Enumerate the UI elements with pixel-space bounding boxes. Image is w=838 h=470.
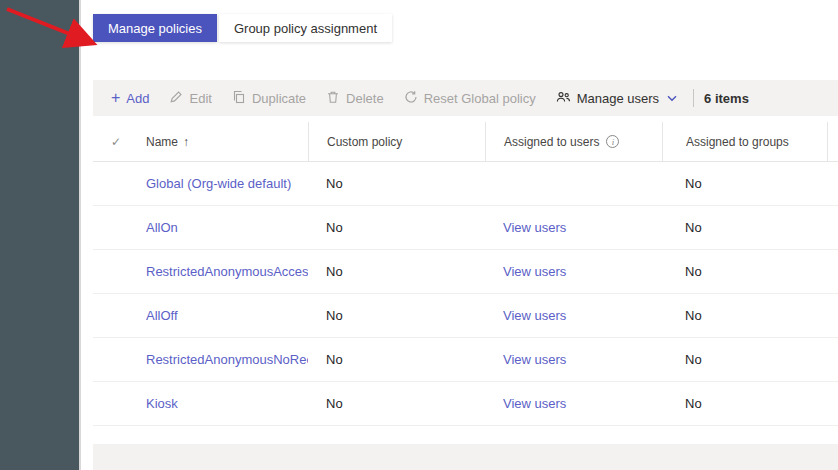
table-row: Kiosk No View users No xyxy=(93,382,838,426)
column-custom-policy-label: Custom policy xyxy=(327,135,402,149)
chevron-down-icon xyxy=(667,95,677,102)
column-header-assigned-groups: Assigned to groups xyxy=(662,122,828,161)
manage-users-button[interactable]: Manage users xyxy=(546,84,687,113)
policy-name-link[interactable]: Kiosk xyxy=(146,396,178,411)
main-content: Manage policies Group policy assignment … xyxy=(81,0,838,470)
trash-icon xyxy=(326,90,340,107)
custom-policy-value: No xyxy=(326,396,343,411)
row-select-cell[interactable] xyxy=(93,250,146,293)
tab-group-policy-assignment[interactable]: Group policy assignment xyxy=(219,14,392,42)
pencil-icon xyxy=(169,90,183,107)
add-button[interactable]: + Add xyxy=(101,85,159,112)
plus-icon: + xyxy=(111,92,120,104)
page: Manage policies Group policy assignment … xyxy=(0,0,838,470)
duplicate-button-label: Duplicate xyxy=(252,91,306,106)
custom-policy-value: No xyxy=(326,308,343,323)
people-icon xyxy=(556,90,571,107)
custom-policy-value: No xyxy=(326,264,343,279)
page-bottom-strip xyxy=(93,444,838,470)
column-assigned-groups-label: Assigned to groups xyxy=(686,135,789,149)
column-name-label: Name xyxy=(146,135,178,149)
assigned-groups-value: No xyxy=(685,352,702,367)
policy-name-link[interactable]: AllOn xyxy=(146,220,178,235)
custom-policy-value: No xyxy=(326,352,343,367)
info-icon[interactable]: i xyxy=(606,135,619,148)
view-users-link[interactable]: View users xyxy=(503,220,566,235)
table-row: AllOn No View users No xyxy=(93,206,838,250)
app-sidebar xyxy=(0,0,81,470)
table-row: RestrictedAnonymousNoReco No View users … xyxy=(93,338,838,382)
assigned-groups-value: No xyxy=(685,176,702,191)
table-row: RestrictedAnonymousAccess. No View users… xyxy=(93,250,838,294)
select-all-checkmark[interactable]: ✓ xyxy=(93,122,146,161)
reset-global-policy-button[interactable]: Reset Global policy xyxy=(394,84,546,113)
copy-icon xyxy=(232,90,246,107)
row-select-cell[interactable] xyxy=(93,382,146,425)
policy-name-link[interactable]: Global (Org-wide default) xyxy=(146,176,291,191)
manage-users-label: Manage users xyxy=(577,91,659,106)
delete-button-label: Delete xyxy=(346,91,384,106)
table-row: AllOff No View users No xyxy=(93,294,838,338)
table-header-row: ✓ Name ↑ Custom policy Assigned to users… xyxy=(93,122,838,162)
custom-policy-value: No xyxy=(326,220,343,235)
tab-bar: Manage policies Group policy assignment xyxy=(93,14,838,42)
view-users-link[interactable]: View users xyxy=(503,396,566,411)
policy-name-link[interactable]: RestrictedAnonymousAccess. xyxy=(146,264,308,279)
reset-icon xyxy=(404,90,418,107)
view-users-link[interactable]: View users xyxy=(503,308,566,323)
row-select-cell[interactable] xyxy=(93,338,146,381)
view-users-link[interactable]: View users xyxy=(503,352,566,367)
delete-button[interactable]: Delete xyxy=(316,84,394,113)
policies-table: ✓ Name ↑ Custom policy Assigned to users… xyxy=(93,122,838,426)
column-header-assigned-users: Assigned to users i xyxy=(485,122,662,161)
column-header-custom-policy: Custom policy xyxy=(308,122,485,161)
column-header-name[interactable]: Name ↑ xyxy=(146,122,308,161)
edit-button-label: Edit xyxy=(189,91,211,106)
reset-global-policy-label: Reset Global policy xyxy=(424,91,536,106)
duplicate-button[interactable]: Duplicate xyxy=(222,84,316,113)
assigned-groups-value: No xyxy=(685,220,702,235)
view-users-link[interactable]: View users xyxy=(503,264,566,279)
sort-ascending-icon: ↑ xyxy=(183,135,189,149)
toolbar-divider xyxy=(693,89,694,107)
assigned-groups-value: No xyxy=(685,396,702,411)
custom-policy-value: No xyxy=(326,176,343,191)
row-select-cell[interactable] xyxy=(93,294,146,337)
add-button-label: Add xyxy=(126,91,149,106)
policy-name-link[interactable]: RestrictedAnonymousNoReco xyxy=(146,352,308,367)
tab-manage-policies[interactable]: Manage policies xyxy=(93,14,217,42)
items-count: 6 items xyxy=(704,91,749,106)
assigned-groups-value: No xyxy=(685,264,702,279)
row-select-cell[interactable] xyxy=(93,206,146,249)
policy-name-link[interactable]: AllOff xyxy=(146,308,178,323)
toolbar: + Add Edit Duplicate Delete xyxy=(93,80,838,116)
column-assigned-users-label: Assigned to users xyxy=(504,135,599,149)
table-row: Global (Org-wide default) No No xyxy=(93,162,838,206)
edit-button[interactable]: Edit xyxy=(159,84,221,113)
assigned-groups-value: No xyxy=(685,308,702,323)
check-icon: ✓ xyxy=(111,135,121,149)
row-select-cell[interactable] xyxy=(93,162,146,205)
